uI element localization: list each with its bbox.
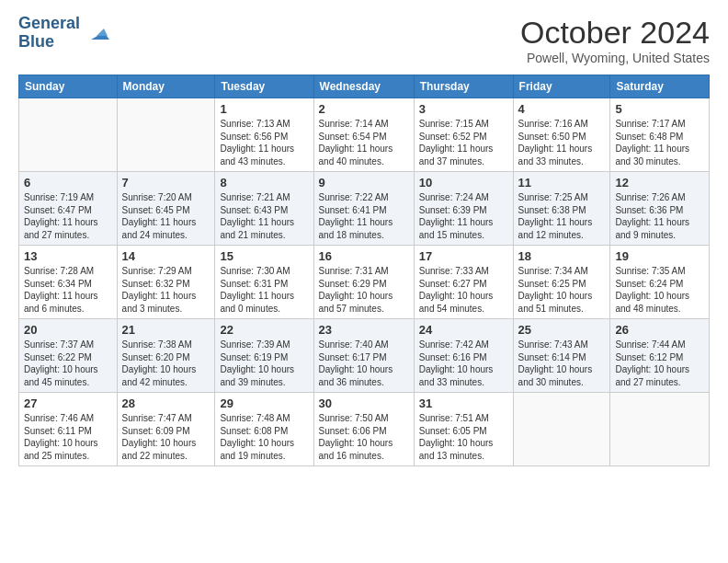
day-number: 30 [319, 396, 409, 410]
calendar-cell: 10Sunrise: 7:24 AMSunset: 6:39 PMDayligh… [414, 172, 513, 246]
day-info: Sunrise: 7:34 AMSunset: 6:25 PMDaylight:… [518, 265, 606, 315]
day-info: Sunrise: 7:17 AMSunset: 6:48 PMDaylight:… [615, 118, 704, 167]
calendar-cell: 3Sunrise: 7:15 AMSunset: 6:52 PMDaylight… [414, 98, 513, 172]
day-number: 6 [24, 176, 112, 190]
day-number: 3 [419, 102, 508, 116]
calendar-cell: 15Sunrise: 7:30 AMSunset: 6:31 PMDayligh… [215, 246, 313, 319]
calendar-week-4: 20Sunrise: 7:37 AMSunset: 6:22 PMDayligh… [19, 319, 710, 393]
month-title: October 2024 [520, 15, 710, 51]
day-info: Sunrise: 7:29 AMSunset: 6:32 PMDaylight:… [122, 265, 210, 315]
calendar-cell: 26Sunrise: 7:44 AMSunset: 6:12 PMDayligh… [610, 319, 710, 393]
day-number: 8 [220, 176, 308, 190]
calendar-cell [117, 98, 215, 172]
day-number: 16 [319, 249, 409, 263]
day-info: Sunrise: 7:42 AMSunset: 6:16 PMDaylight:… [419, 339, 508, 388]
calendar-cell: 18Sunrise: 7:34 AMSunset: 6:25 PMDayligh… [513, 246, 610, 319]
calendar-cell: 29Sunrise: 7:48 AMSunset: 6:08 PMDayligh… [215, 393, 313, 466]
day-info: Sunrise: 7:38 AMSunset: 6:20 PMDaylight:… [122, 339, 210, 388]
day-info: Sunrise: 7:22 AMSunset: 6:41 PMDaylight:… [319, 191, 409, 241]
calendar-cell: 11Sunrise: 7:25 AMSunset: 6:38 PMDayligh… [513, 172, 610, 246]
day-number: 14 [122, 249, 210, 263]
day-number: 9 [319, 176, 409, 190]
day-number: 18 [518, 249, 606, 263]
day-info: Sunrise: 7:37 AMSunset: 6:22 PMDaylight:… [24, 339, 112, 388]
weekday-header-tuesday: Tuesday [215, 75, 313, 98]
header: General Blue October 2024 Powell, Wyomin… [18, 15, 710, 65]
calendar-cell: 1Sunrise: 7:13 AMSunset: 6:56 PMDaylight… [215, 98, 313, 172]
day-info: Sunrise: 7:26 AMSunset: 6:36 PMDaylight:… [615, 191, 704, 241]
day-number: 20 [24, 323, 112, 337]
title-area: October 2024 Powell, Wyoming, United Sta… [520, 15, 710, 65]
calendar-cell: 30Sunrise: 7:50 AMSunset: 6:06 PMDayligh… [313, 393, 414, 466]
calendar-cell: 12Sunrise: 7:26 AMSunset: 6:36 PMDayligh… [610, 172, 710, 246]
logo-text: General Blue [18, 15, 80, 52]
calendar-cell: 27Sunrise: 7:46 AMSunset: 6:11 PMDayligh… [19, 393, 118, 466]
calendar-cell: 13Sunrise: 7:28 AMSunset: 6:34 PMDayligh… [19, 246, 118, 319]
day-number: 10 [419, 176, 508, 190]
day-number: 29 [220, 396, 308, 410]
day-info: Sunrise: 7:16 AMSunset: 6:50 PMDaylight:… [518, 118, 606, 167]
logo: General Blue [18, 15, 111, 52]
calendar-cell: 6Sunrise: 7:19 AMSunset: 6:47 PMDaylight… [19, 172, 118, 246]
calendar-cell: 19Sunrise: 7:35 AMSunset: 6:24 PMDayligh… [610, 246, 710, 319]
calendar-cell: 17Sunrise: 7:33 AMSunset: 6:27 PMDayligh… [414, 246, 513, 319]
day-info: Sunrise: 7:43 AMSunset: 6:14 PMDaylight:… [518, 339, 606, 388]
weekday-header-sunday: Sunday [19, 75, 118, 98]
day-number: 7 [122, 176, 210, 190]
day-info: Sunrise: 7:21 AMSunset: 6:43 PMDaylight:… [220, 191, 308, 241]
day-number: 22 [220, 323, 308, 337]
svg-marker-1 [97, 29, 108, 36]
day-info: Sunrise: 7:13 AMSunset: 6:56 PMDaylight:… [220, 118, 308, 167]
location: Powell, Wyoming, United States [520, 51, 710, 65]
day-info: Sunrise: 7:47 AMSunset: 6:09 PMDaylight:… [122, 412, 210, 462]
day-info: Sunrise: 7:33 AMSunset: 6:27 PMDaylight:… [419, 265, 508, 315]
day-number: 17 [419, 249, 508, 263]
day-info: Sunrise: 7:28 AMSunset: 6:34 PMDaylight:… [24, 265, 112, 315]
calendar-cell: 16Sunrise: 7:31 AMSunset: 6:29 PMDayligh… [313, 246, 414, 319]
day-info: Sunrise: 7:24 AMSunset: 6:39 PMDaylight:… [419, 191, 508, 241]
day-number: 21 [122, 323, 210, 337]
day-info: Sunrise: 7:30 AMSunset: 6:31 PMDaylight:… [220, 265, 308, 315]
calendar-cell [610, 393, 710, 466]
calendar-cell: 9Sunrise: 7:22 AMSunset: 6:41 PMDaylight… [313, 172, 414, 246]
calendar-cell: 25Sunrise: 7:43 AMSunset: 6:14 PMDayligh… [513, 319, 610, 393]
day-info: Sunrise: 7:14 AMSunset: 6:54 PMDaylight:… [319, 118, 409, 167]
day-number: 1 [220, 102, 308, 116]
calendar-table: SundayMondayTuesdayWednesdayThursdayFrid… [18, 75, 710, 466]
day-info: Sunrise: 7:44 AMSunset: 6:12 PMDaylight:… [615, 339, 704, 388]
day-number: 2 [319, 102, 409, 116]
page: General Blue October 2024 Powell, Wyomin… [0, 0, 728, 476]
calendar-week-1: 1Sunrise: 7:13 AMSunset: 6:56 PMDaylight… [19, 98, 710, 172]
calendar-cell: 8Sunrise: 7:21 AMSunset: 6:43 PMDaylight… [215, 172, 313, 246]
calendar-cell: 20Sunrise: 7:37 AMSunset: 6:22 PMDayligh… [19, 319, 118, 393]
calendar-cell [513, 393, 610, 466]
calendar-header-row: SundayMondayTuesdayWednesdayThursdayFrid… [19, 75, 710, 98]
calendar-cell: 23Sunrise: 7:40 AMSunset: 6:17 PMDayligh… [313, 319, 414, 393]
calendar-cell [19, 98, 118, 172]
day-info: Sunrise: 7:39 AMSunset: 6:19 PMDaylight:… [220, 339, 308, 388]
day-info: Sunrise: 7:51 AMSunset: 6:05 PMDaylight:… [419, 412, 508, 462]
day-number: 31 [419, 396, 508, 410]
day-info: Sunrise: 7:19 AMSunset: 6:47 PMDaylight:… [24, 191, 112, 241]
weekday-header-thursday: Thursday [414, 75, 513, 98]
calendar-week-5: 27Sunrise: 7:46 AMSunset: 6:11 PMDayligh… [19, 393, 710, 466]
calendar-cell: 24Sunrise: 7:42 AMSunset: 6:16 PMDayligh… [414, 319, 513, 393]
calendar-cell: 7Sunrise: 7:20 AMSunset: 6:45 PMDaylight… [117, 172, 215, 246]
day-info: Sunrise: 7:15 AMSunset: 6:52 PMDaylight:… [419, 118, 508, 167]
day-info: Sunrise: 7:48 AMSunset: 6:08 PMDaylight:… [220, 412, 308, 462]
weekday-header-friday: Friday [513, 75, 610, 98]
calendar-cell: 31Sunrise: 7:51 AMSunset: 6:05 PMDayligh… [414, 393, 513, 466]
day-number: 27 [24, 396, 112, 410]
calendar-cell: 14Sunrise: 7:29 AMSunset: 6:32 PMDayligh… [117, 246, 215, 319]
calendar-cell: 4Sunrise: 7:16 AMSunset: 6:50 PMDaylight… [513, 98, 610, 172]
weekday-header-wednesday: Wednesday [313, 75, 414, 98]
day-info: Sunrise: 7:31 AMSunset: 6:29 PMDaylight:… [319, 265, 409, 315]
calendar-cell: 2Sunrise: 7:14 AMSunset: 6:54 PMDaylight… [313, 98, 414, 172]
day-info: Sunrise: 7:46 AMSunset: 6:11 PMDaylight:… [24, 412, 112, 462]
day-number: 15 [220, 249, 308, 263]
calendar-cell: 5Sunrise: 7:17 AMSunset: 6:48 PMDaylight… [610, 98, 710, 172]
calendar-week-2: 6Sunrise: 7:19 AMSunset: 6:47 PMDaylight… [19, 172, 710, 246]
day-number: 4 [518, 102, 606, 116]
calendar-week-3: 13Sunrise: 7:28 AMSunset: 6:34 PMDayligh… [19, 246, 710, 319]
day-number: 12 [615, 176, 704, 190]
